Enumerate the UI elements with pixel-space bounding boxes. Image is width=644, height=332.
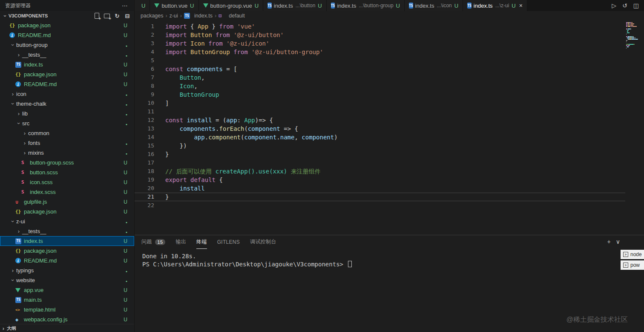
tab-partial[interactable]: U: [135, 0, 150, 11]
tree-item-main.ts[interactable]: TSmain.tsU: [0, 295, 134, 305]
tree-item-app.vue[interactable]: app.vueU: [0, 285, 134, 295]
modified-dot-badge: ●: [126, 113, 127, 116]
code-editor[interactable]: 1import { App } from 'vue'2import Button…: [135, 20, 644, 235]
tree-item-typings[interactable]: ›typings●: [0, 266, 134, 275]
panel-tab-输出[interactable]: 输出: [175, 235, 186, 249]
terminal-instance-node[interactable]: >node: [621, 250, 644, 259]
tree-item-gulpfile.js[interactable]: ∪gulpfile.jsU: [0, 197, 134, 207]
new-terminal-button[interactable]: +: [607, 238, 611, 245]
line-number: 3: [135, 39, 154, 48]
ts-icon: TS: [15, 297, 21, 303]
close-icon[interactable]: ×: [519, 2, 523, 9]
git-untracked-badge: U: [454, 3, 458, 9]
tree-item-website[interactable]: ›website●: [0, 275, 134, 285]
scss-icon: S: [21, 189, 30, 195]
tree-item-index.scss[interactable]: Sindex.scssU: [0, 187, 134, 197]
modified-dot-badge: ●: [126, 123, 127, 126]
tree-item-icon[interactable]: ›icon●: [0, 89, 134, 99]
line-number: 17: [135, 159, 154, 167]
history-button[interactable]: ↺: [622, 2, 627, 9]
code-area[interactable]: 1import { App } from 'vue'2import Button…: [135, 22, 625, 210]
git-untracked-badge: U: [255, 3, 259, 9]
breadcrumb-item-default[interactable]: ⊡default: [218, 13, 245, 19]
modified-dot-badge: ●: [126, 44, 127, 47]
line-number: 9: [135, 90, 154, 99]
tab-button-group.vue[interactable]: button-group.vueU: [199, 0, 264, 11]
ts-icon: TS: [331, 3, 335, 9]
tab-index.ts----button[interactable]: TSindex.ts...\buttonU: [263, 0, 327, 11]
tree-item-lib[interactable]: ›lib●: [0, 109, 134, 118]
terminal-dropdown-button[interactable]: ∨: [616, 238, 620, 245]
tree-item-common[interactable]: ›common: [0, 128, 134, 138]
code-text: import ButtonGroup from '@z-ui/button-gr…: [154, 48, 323, 56]
project-section-header[interactable]: › V3COMPONENTS ↻⊟: [0, 11, 134, 20]
git-untracked-badge: U: [318, 3, 322, 9]
tree-item-__tests__[interactable]: ›__tests__●: [0, 226, 134, 236]
run-button[interactable]: ▷: [612, 2, 616, 9]
tab-index.ts----button-group[interactable]: TSindex.ts...\button-groupU: [327, 0, 405, 11]
code-line-13: 13 components.forEach(component => {: [135, 124, 625, 133]
tree-item-button-group[interactable]: ›button-group●: [0, 40, 134, 50]
panel-tab-终端[interactable]: 终端: [196, 235, 207, 249]
outline-label: 大纲: [7, 325, 16, 332]
tree-item-label: mixins: [28, 150, 44, 156]
ts-icon: TS: [467, 3, 472, 9]
breadcrumb-item-packages[interactable]: packages: [141, 13, 164, 19]
code-text: install: [154, 184, 205, 193]
ts-icon: TS: [15, 62, 21, 68]
tree-item-src[interactable]: ›src●: [0, 118, 134, 128]
line-number: 19: [135, 176, 154, 184]
terminal-instance-pow[interactable]: >pow: [621, 260, 644, 270]
panel-tab-GITLENS[interactable]: GITLENS: [217, 235, 240, 249]
code-text: ButtonGroup: [154, 90, 219, 99]
line-number: 6: [135, 65, 154, 73]
split-editor-button[interactable]: ◫: [633, 2, 639, 9]
tree-item-button-group.scss[interactable]: Sbutton-group.scssU: [0, 158, 134, 167]
tree-item-label: __tests__: [22, 52, 46, 58]
git-untracked-badge: U: [124, 258, 127, 264]
tree-item-index.ts[interactable]: TSindex.tsU: [0, 236, 134, 246]
new-file-icon[interactable]: [93, 12, 100, 19]
modified-dot-badge: ●: [126, 231, 127, 234]
minimap[interactable]: [626, 22, 643, 50]
tree-item-templae.html[interactable]: <>templae.htmlU: [0, 305, 134, 315]
tree-item-label: gulpfile.js: [24, 199, 47, 205]
breadcrumb-separator: ›: [166, 13, 167, 19]
code-text: [154, 201, 165, 210]
tab-index.ts----z-ui[interactable]: TSindex.ts...\z-uiU×: [463, 0, 527, 11]
new-folder-icon[interactable]: [104, 12, 110, 19]
tab-button.vue[interactable]: button.vueU: [150, 0, 198, 11]
tree-item-package.json[interactable]: {}package.jsonU: [0, 69, 134, 79]
tree-item-webpack.config.js[interactable]: ◈webpack.config.jsU: [0, 315, 134, 324]
tree-item-README.md[interactable]: iREADME.mdU: [0, 30, 134, 40]
tree-item-label: __tests__: [22, 228, 46, 234]
tree-item-label: index.ts: [24, 238, 43, 244]
views-more-icon[interactable]: ⋯: [122, 2, 128, 9]
git-untracked-badge: U: [124, 297, 127, 303]
panel-tab-调试控制台[interactable]: 调试控制台: [250, 235, 276, 249]
tree-item-README.md[interactable]: iREADME.mdU: [0, 256, 134, 266]
line-number: 11: [135, 107, 154, 116]
tree-item-mixins[interactable]: ›mixins●: [0, 148, 134, 158]
collapse-all-icon[interactable]: ⊟: [124, 12, 131, 19]
outline-section-header[interactable]: › 大纲: [0, 324, 134, 332]
tree-item-z-ui[interactable]: ›z-ui●: [0, 217, 134, 226]
refresh-icon[interactable]: ↻: [114, 12, 121, 19]
tree-item-icon.scss[interactable]: Sicon.scssU: [0, 177, 134, 187]
tree-item-__tests__[interactable]: ›__tests__●: [0, 50, 134, 60]
tree-item-fonts[interactable]: ›fonts●: [0, 138, 134, 148]
tab-index.ts----icon[interactable]: TSindex.ts...\iconU: [405, 0, 463, 11]
tree-item-README.md[interactable]: iREADME.mdU: [0, 79, 134, 89]
terminal-icon: >: [623, 263, 628, 268]
tree-item-index.ts[interactable]: TSindex.tsU: [0, 60, 134, 69]
panel-tab-问题[interactable]: 问题15: [141, 235, 165, 249]
tree-item-theme-chalk[interactable]: ›theme-chalk●: [0, 99, 134, 109]
breadcrumb-item-z-ui[interactable]: z-ui: [170, 13, 178, 19]
tree-item-button.scss[interactable]: Sbutton.scssU: [0, 167, 134, 177]
tree-item-package.json[interactable]: {}package.jsonU: [0, 207, 134, 217]
breadcrumb-item-index.ts[interactable]: TSindex.ts: [184, 13, 213, 19]
tree-item-package.json[interactable]: {}package.jsonU: [0, 246, 134, 256]
git-untracked-badge: U: [124, 62, 127, 68]
tree-item-package.json[interactable]: {}package.jsonU: [0, 20, 134, 30]
explorer-header: 资源管理器 ⋯: [0, 0, 134, 11]
